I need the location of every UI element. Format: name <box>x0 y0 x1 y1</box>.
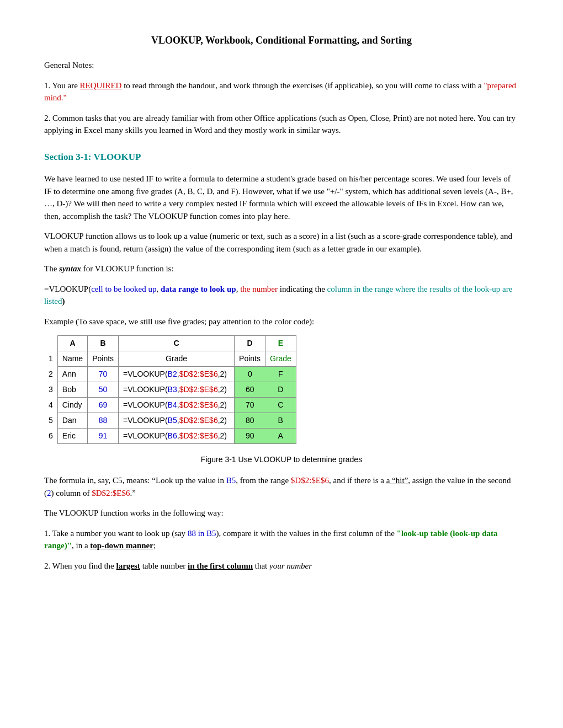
cell-5b: 88 <box>88 413 119 429</box>
formula-arg2: data range to look up <box>161 285 236 293</box>
general-notes-section: General Notes: 1. You are REQUIRED to re… <box>44 59 519 137</box>
table-row: 2 Ann 70 =VLOOKUP(B2,$D$2:$E$6,2) 0 F <box>44 367 296 382</box>
cell-1c: Grade <box>119 351 235 367</box>
vlookup-works-label: The VLOOKUP function works in the follow… <box>44 507 519 520</box>
formula-comma2: , <box>236 285 241 293</box>
range-ref2: $D$2:$E$6 <box>92 489 130 497</box>
row-num-3: 3 <box>44 382 57 398</box>
cell-5d: 80 <box>235 413 265 429</box>
cell-3e: D <box>265 382 296 398</box>
note1-prefix: 1. You are <box>44 81 80 90</box>
cell-4d: 70 <box>235 398 265 413</box>
cell-6c: =VLOOKUP(B6,$D$2:$E$6,2) <box>119 429 235 444</box>
step1-end: , in a <box>72 541 90 550</box>
formula-arg3-prefix: the number <box>240 285 278 293</box>
step2-middle: table number <box>140 561 188 570</box>
cell-1d: Points <box>235 351 265 367</box>
cell-4e: C <box>265 398 296 413</box>
page-title: VLOOKUP, Workbook, Conditional Formattin… <box>44 33 519 48</box>
note1-required: REQUIRED <box>80 81 122 90</box>
syntax-line: The syntax for VLOOKUP function is: <box>44 263 519 275</box>
col-header-blank <box>44 336 57 351</box>
step1-semi: ; <box>153 541 156 550</box>
step2-bold: largest <box>116 561 140 570</box>
step2-italic: your number <box>269 561 312 570</box>
formula-arg3-rest: indicating the <box>278 285 327 293</box>
formula-prefix: =VLOOKUP( <box>44 285 91 293</box>
note1: 1. You are REQUIRED to read through the … <box>44 79 519 104</box>
formula-comma1: , <box>156 285 161 293</box>
cell-3b: 50 <box>88 382 119 398</box>
table-row: 5 Dan 88 =VLOOKUP(B5,$D$2:$E$6,2) 80 B <box>44 413 296 429</box>
para2: VLOOKUP function allows us to look up a … <box>44 230 519 255</box>
step2: 2. When you find the largest table numbe… <box>44 560 519 572</box>
col-num: 2 <box>47 489 51 497</box>
range-ref1: $D$2:$E$6 <box>291 476 329 485</box>
note2: 2. Common tasks that you are already fam… <box>44 112 519 137</box>
grade-table-container: A B C D E 1 Name Points Grade Points Gra… <box>44 335 519 444</box>
row-num-4: 4 <box>44 398 57 413</box>
formula-explanation: The formula in, say, C5, means: “Look up… <box>44 474 519 499</box>
figure-caption: Figure 3-1 Use VLOOKUP to determine grad… <box>44 454 519 465</box>
table-row: 1 Name Points Grade Points Grade <box>44 351 296 367</box>
col-header-c: C <box>119 336 235 351</box>
cell-1e: Grade <box>265 351 296 367</box>
cell-4a: Cindy <box>57 398 87 413</box>
cell-6e: A <box>265 429 296 444</box>
cell-2a: Ann <box>57 367 87 382</box>
row-num-2: 2 <box>44 367 57 382</box>
cell-4c: =VLOOKUP(B4,$D$2:$E$6,2) <box>119 398 235 413</box>
cell-4b: 69 <box>88 398 119 413</box>
cell-1a: Name <box>57 351 87 367</box>
step1-prefix: 1. Take a number you want to look up (sa… <box>44 529 188 538</box>
table-row: 4 Cindy 69 =VLOOKUP(B4,$D$2:$E$6,2) 70 C <box>44 398 296 413</box>
cell-6d: 90 <box>235 429 265 444</box>
step1-middle: ), compare it with the values in the fir… <box>216 529 397 538</box>
para1: We have learned to use nested IF to writ… <box>44 173 519 222</box>
step1-underline: top-down manner <box>90 541 153 550</box>
syntax-label: The <box>44 264 59 273</box>
step2-underline-bold: in the first column <box>188 561 253 570</box>
cell-2b: 70 <box>88 367 119 382</box>
cell-5c: =VLOOKUP(B5,$D$2:$E$6,2) <box>119 413 235 429</box>
general-notes-label: General Notes: <box>44 59 519 72</box>
formula-display: =VLOOKUP(cell to be looked up, data rang… <box>44 283 519 308</box>
col-header-d: D <box>235 336 265 351</box>
cell-2c: =VLOOKUP(B2,$D$2:$E$6,2) <box>119 367 235 382</box>
syntax-word: syntax <box>59 264 81 273</box>
row-num-6: 6 <box>44 429 57 444</box>
table-row: 6 Eric 91 =VLOOKUP(B6,$D$2:$E$6,2) 90 A <box>44 429 296 444</box>
step2-rest: that <box>253 561 269 570</box>
cell-5e: B <box>265 413 296 429</box>
hit-text: a “hit” <box>386 476 408 485</box>
syntax-rest: for VLOOKUP function is: <box>81 264 174 273</box>
formula-close: ) <box>62 297 65 306</box>
b5-ref: B5 <box>226 476 236 485</box>
col-header-b: B <box>88 336 119 351</box>
cell-1b: Points <box>88 351 119 367</box>
grade-table: A B C D E 1 Name Points Grade Points Gra… <box>44 335 296 444</box>
step1-blue: 88 in B5 <box>188 529 216 538</box>
cell-3a: Bob <box>57 382 87 398</box>
cell-2d: 0 <box>235 367 265 382</box>
cell-6b: 91 <box>88 429 119 444</box>
step1: 1. Take a number you want to look up (sa… <box>44 527 519 552</box>
step2-prefix: 2. When you find the <box>44 561 116 570</box>
cell-3d: 60 <box>235 382 265 398</box>
formula-arg1: cell to be looked up <box>91 285 156 293</box>
table-row: 3 Bob 50 =VLOOKUP(B3,$D$2:$E$6,2) 60 D <box>44 382 296 398</box>
cell-3c: =VLOOKUP(B3,$D$2:$E$6,2) <box>119 382 235 398</box>
col-header-a: A <box>57 336 87 351</box>
col-header-e: E <box>265 336 296 351</box>
note1-middle: to read through the handout, and work th… <box>121 81 484 90</box>
cell-6a: Eric <box>57 429 87 444</box>
row-num-5: 5 <box>44 413 57 429</box>
example-label: Example (To save space, we still use fiv… <box>44 315 519 328</box>
row-num-1: 1 <box>44 351 57 367</box>
table-header-row: A B C D E <box>44 336 296 351</box>
cell-5a: Dan <box>57 413 87 429</box>
section-heading: Section 3-1: VLOOKUP <box>44 150 519 164</box>
cell-2e: F <box>265 367 296 382</box>
